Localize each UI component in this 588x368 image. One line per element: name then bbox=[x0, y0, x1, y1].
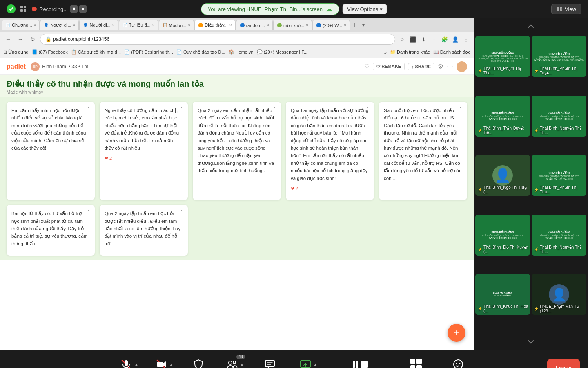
share-screen-caret[interactable]: ▲ bbox=[314, 362, 317, 366]
unmute-icon bbox=[119, 357, 134, 368]
card-content-2: Nghe thầy cô hướng dẫn , các chị , các b… bbox=[105, 107, 183, 152]
bookmarks-more-btn[interactable]: » bbox=[384, 50, 387, 55]
security-item[interactable]: Security bbox=[182, 350, 215, 368]
reload-button[interactable]: ↻ bbox=[28, 34, 38, 44]
screenshot-icon[interactable]: ⬛ bbox=[408, 35, 417, 44]
tab-close-4[interactable]: × bbox=[152, 23, 155, 27]
card-menu-6[interactable]: ⋮ bbox=[85, 208, 91, 218]
video-caret[interactable]: ▲ bbox=[169, 362, 173, 366]
card-menu-4[interactable]: ⋮ bbox=[364, 105, 371, 115]
tab-close-7[interactable]: × bbox=[306, 23, 308, 27]
padlet-settings-btn[interactable]: ⚙ bbox=[438, 63, 443, 70]
extension-icon[interactable]: 🧩 bbox=[440, 35, 449, 44]
padlet-add-button[interactable]: + bbox=[448, 324, 466, 342]
chat-item[interactable]: Chat bbox=[254, 350, 286, 368]
rec-controls[interactable]: ⏸ ■ bbox=[70, 5, 87, 13]
start-video-item[interactable]: ▲ Start Video bbox=[145, 350, 182, 368]
slide-subtitle-6: GIÁO VIÊN TRƯỜNG CỐDN CÁN BỘ GV 5TƯ VẤN,… bbox=[539, 175, 579, 180]
slide-title-8: KHÓA BỒI DƯỠNG bbox=[548, 231, 570, 233]
bookmark-danh-sach[interactable]: 📖 Danh sách đọc bbox=[433, 49, 470, 55]
browser-tab-8[interactable]: 🔵 (20+) W... × bbox=[312, 20, 350, 30]
tab-close-5[interactable]: × bbox=[188, 23, 190, 27]
padlet-more-btn[interactable]: ⋯ bbox=[447, 63, 453, 70]
tab-label: Điều thầy... bbox=[205, 22, 228, 28]
browser-tab-2[interactable]: 👤 Người di... × bbox=[40, 20, 79, 30]
scroll-down-button[interactable] bbox=[474, 334, 588, 350]
name-text-9: Thái Bình_Khúc Thị Hoa (... bbox=[483, 304, 530, 313]
card-2[interactable]: ⋮ Nghe thầy cô hướng dẫn , các chị , các… bbox=[100, 102, 188, 200]
tab-close-3[interactable]: × bbox=[112, 23, 115, 27]
browser-tab-4[interactable]: 📄 Tư liệu đ... × bbox=[119, 20, 158, 30]
bookmark-fb[interactable]: 📘 (87) Facebook bbox=[32, 49, 68, 55]
main-area: 📄 Chương... × 👤 Người di... × 👤 Người di… bbox=[0, 18, 588, 350]
slide-title-6: KHÓA BỒI DƯỠNG bbox=[548, 171, 570, 174]
screen-share-area: 📄 Chương... × 👤 Người di... × 👤 Người di… bbox=[0, 18, 474, 350]
svg-rect-8 bbox=[157, 362, 163, 367]
bookmark-su-co[interactable]: 📋 Các sự cố khi mạ đ... bbox=[71, 49, 121, 55]
unmute-caret[interactable]: ▲ bbox=[134, 362, 138, 366]
back-button[interactable]: ← bbox=[3, 34, 13, 44]
padlet-like-btn[interactable]: ♡ bbox=[365, 63, 370, 70]
card-menu-5[interactable]: ⋮ bbox=[457, 105, 464, 115]
address-bar[interactable]: 🔒 padlet.com/ptbinh/123456 bbox=[40, 34, 395, 45]
forward-button[interactable]: → bbox=[16, 34, 25, 44]
browser-tab-5[interactable]: 📋 Modun... × bbox=[159, 20, 194, 30]
browser-tab-6[interactable]: 🔵 random... × bbox=[236, 20, 273, 30]
profile-icon[interactable]: 👤 bbox=[451, 35, 460, 44]
bookmark-messenger[interactable]: 💬 (20+) Messenger | F... bbox=[257, 49, 307, 55]
tab-close-8[interactable]: × bbox=[344, 23, 346, 27]
new-tab-button[interactable]: + bbox=[350, 20, 359, 29]
card-6[interactable]: ⋮ Bài học từ thầy cô: Tư vấn hỗ trợ học … bbox=[7, 205, 95, 256]
share-url-icon[interactable]: ↑ bbox=[430, 35, 439, 44]
view-button[interactable]: View bbox=[551, 4, 581, 14]
padlet-share-btn[interactable]: ↑ SHARE bbox=[408, 63, 434, 70]
leave-button[interactable]: Leave bbox=[547, 359, 580, 368]
participants-caret[interactable]: ▲ bbox=[240, 362, 244, 366]
card-menu-2[interactable]: ⋮ bbox=[178, 105, 185, 115]
card-4[interactable]: ⋮ Qua hai ngày tập huấn với sự hướng dẫn… bbox=[286, 102, 374, 200]
unmute-item[interactable]: ▲ Unmute bbox=[112, 350, 145, 368]
browser-tab-active[interactable]: 🟠 Điều thầy... × bbox=[194, 20, 235, 30]
padlet-user-avatar[interactable] bbox=[457, 61, 467, 72]
stop-rec-btn[interactable]: ■ bbox=[79, 5, 87, 13]
menu-icon[interactable]: ⋮ bbox=[461, 35, 470, 44]
scroll-up-button[interactable] bbox=[474, 18, 588, 34]
bookmark-apps[interactable]: ⊞ Ứng dụng bbox=[3, 49, 29, 55]
card-3[interactable]: ⋮ Qua 2 ngày em cảm nhận rất nhiều cách … bbox=[193, 102, 281, 200]
padlet-remake-btn[interactable]: ⟳ REMAKE bbox=[373, 63, 405, 70]
browser-tab-7[interactable]: 🟢 môn khó... × bbox=[273, 20, 312, 30]
more-tabs-btn[interactable]: ▾ bbox=[360, 22, 367, 28]
reactions-item[interactable]: Reactions bbox=[441, 350, 476, 368]
breakout-rooms-item[interactable]: Breakout Rooms bbox=[391, 350, 441, 368]
bookmark-pdf[interactable]: 📄 (PDF) Designing th... bbox=[124, 49, 173, 55]
bookmark-home[interactable]: 🏠 Home.vn bbox=[229, 49, 254, 55]
participant-tile-5: 👤 ⚡ Thái Bình_Ngô Thị Huệ (... bbox=[475, 155, 530, 196]
pause-rec-btn[interactable]: ⏸ bbox=[70, 5, 78, 13]
download-icon[interactable]: ⬇ bbox=[419, 35, 428, 44]
tab-close-2[interactable]: × bbox=[73, 23, 76, 27]
browser-toolbar: ← → ↻ 🔒 padlet.com/ptbinh/123456 ☆ ⬛ ⬇ ↑… bbox=[0, 32, 474, 47]
name-text-4: Thái Bình_Nguyễn Thị Th... bbox=[540, 126, 586, 135]
bookmark-star-icon[interactable]: ☆ bbox=[398, 35, 407, 44]
tab-close-1[interactable]: × bbox=[33, 23, 36, 27]
share-screen-item[interactable]: ▲ Share Screen bbox=[286, 350, 329, 368]
tab-close-active[interactable]: × bbox=[229, 23, 232, 27]
card-menu-1[interactable]: ⋮ bbox=[85, 105, 91, 115]
pause-stop-recording-item[interactable]: Pause Stop Recording bbox=[329, 350, 391, 368]
bookmark-quy-che[interactable]: 📄 Quy chế đào tạo Đ... bbox=[176, 49, 225, 55]
card-menu-7[interactable]: ⋮ bbox=[178, 208, 185, 218]
card-content-6: Bài học từ thầy cô: Tư vấn hỗ trợ học si… bbox=[11, 210, 90, 247]
view-options-button[interactable]: View Options ▾ bbox=[343, 4, 387, 14]
card-7[interactable]: ⋮ Qua 2 ngày tập huấn em học hỏi được rấ… bbox=[100, 205, 188, 256]
svg-rect-1 bbox=[560, 7, 562, 9]
name-text-10: HNUE_Phạm Văn Tư (129... bbox=[540, 304, 586, 313]
card-1[interactable]: ⋮ Em cảm thấy mình học hỏi được nhiều đi… bbox=[7, 102, 95, 200]
browser-tab-3[interactable]: 👤 Người di... × bbox=[79, 20, 118, 30]
browser-tab-1[interactable]: 📄 Chương... × bbox=[2, 20, 40, 30]
breakout-rooms-icon bbox=[409, 357, 423, 368]
card-menu-3[interactable]: ⋮ bbox=[271, 105, 278, 115]
tab-close-6[interactable]: × bbox=[267, 23, 269, 27]
bookmark-danh-trang[interactable]: 📁 Danh trang khác bbox=[390, 49, 430, 55]
card-5[interactable]: ⋮ Sau buổi học em học được nhiều điều ạ … bbox=[379, 102, 467, 200]
participants-item[interactable]: 49 ▲ Participants bbox=[215, 350, 254, 368]
